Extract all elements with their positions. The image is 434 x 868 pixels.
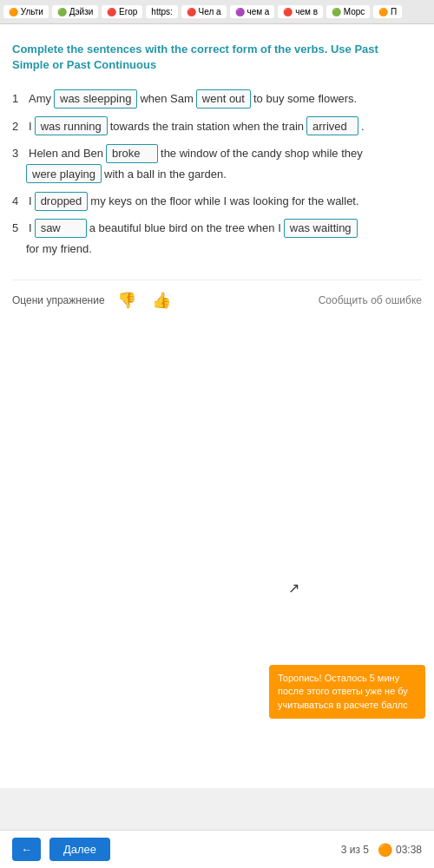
answer-box[interactable]: was waitting: [284, 219, 358, 238]
word: Helen and Ben: [29, 143, 103, 163]
sentences-container: 1 Amy was sleepping when Sam went out to…: [12, 89, 422, 259]
instruction: Complete the sentences with the correct …: [12, 42, 422, 73]
tab-ulti[interactable]: 🟠 Ульти: [3, 5, 49, 18]
sentence-row-3b: were playing with a ball in the garden.: [26, 164, 422, 184]
word: I: [29, 191, 32, 211]
progress-text: 3 из 5: [341, 844, 369, 856]
word: to buy some flowers.: [253, 89, 357, 108]
word: the window of the candy shop while they: [161, 143, 363, 163]
rating-bar: Оцени упражнение 👎 👍 Сообщить об ошибке: [12, 279, 422, 312]
word: when Sam: [140, 89, 193, 108]
next-button[interactable]: Далее: [49, 838, 110, 861]
back-button[interactable]: ←: [12, 838, 41, 861]
timer: 🟠 03:38: [378, 843, 422, 857]
sentence-row-3a: 3 Helen and Ben broke the window of the …: [12, 143, 422, 163]
answer-box[interactable]: went out: [196, 89, 251, 108]
sentence-row-5: 5 I saw a beautiful blue bird on the tre…: [12, 218, 422, 259]
tab-igor[interactable]: 🔴 Егор: [102, 5, 142, 18]
tab-chem2[interactable]: 🔴 чем в: [278, 5, 323, 18]
word: I: [29, 116, 32, 136]
instruction-line1: Complete the sentences with the correct …: [12, 43, 378, 56]
answer-box[interactable]: saw: [35, 219, 87, 238]
instruction-line2: Simple or Past Continuous: [12, 58, 156, 71]
word: with a ball in the garden.: [104, 164, 227, 184]
tab-mors[interactable]: 🟢 Морс: [326, 5, 370, 18]
like-icon: 👍: [152, 292, 171, 309]
word: towards the train station when the train: [110, 116, 304, 136]
tab-daisy[interactable]: 🟢 Дэйзи: [52, 5, 98, 18]
notification-text: Торопись! Осталось 5 мину после этого от…: [278, 673, 408, 710]
word: for my friend.: [26, 239, 92, 259]
word: .: [361, 116, 365, 136]
answer-box[interactable]: were playing: [26, 164, 102, 183]
timer-icon: 🟠: [378, 843, 392, 857]
notification-box: Торопись! Осталось 5 мину после этого от…: [269, 665, 425, 719]
sentence-row-2: 2 I was running towards the train statio…: [12, 116, 422, 136]
tab-https[interactable]: https:: [146, 5, 177, 18]
page-content: Complete the sentences with the correct …: [0, 24, 434, 788]
sentence-number-3: 3: [12, 143, 23, 163]
word: Amy: [29, 89, 51, 108]
sentence-row-5b: for my friend.: [26, 239, 422, 259]
dislike-button[interactable]: 👎: [114, 289, 140, 312]
answer-box[interactable]: was running: [35, 116, 108, 135]
sentence-number-1: 1: [12, 89, 23, 108]
word: a beautiful blue bird on the tree when I: [89, 218, 281, 238]
sentence-row-5a: 5 I saw a beautiful blue bird on the tre…: [12, 218, 422, 238]
tab-p[interactable]: 🟠 П: [373, 5, 402, 18]
sentence-number-2: 2: [12, 116, 23, 136]
word: my keys on the floor while I was looking…: [90, 191, 358, 211]
answer-box[interactable]: broke: [106, 144, 158, 163]
browser-tab-bar: 🟠 Ульти 🟢 Дэйзи 🔴 Егор https: 🔴 Чел а 🟣 …: [0, 0, 434, 24]
word: I: [29, 218, 32, 238]
rating-label: Оцени упражнение: [12, 294, 105, 306]
sentence-row-3: 3 Helen and Ben broke the window of the …: [12, 143, 422, 184]
answer-box[interactable]: arrived: [306, 116, 358, 135]
dislike-icon: 👎: [117, 292, 136, 309]
sentence-row-4: 4 I dropped my keys on the floor while I…: [12, 191, 422, 211]
sentence-row-1: 1 Amy was sleepping when Sam went out to…: [12, 89, 422, 108]
sentence-number-5: 5: [12, 218, 23, 238]
cursor-pointer: ↗: [288, 580, 299, 596]
tab-chel[interactable]: 🔴 Чел а: [181, 5, 227, 18]
answer-box[interactable]: was sleepping: [54, 89, 137, 108]
sentence-number-4: 4: [12, 191, 23, 211]
like-button[interactable]: 👍: [148, 289, 174, 312]
report-link[interactable]: Сообщить об ошибке: [319, 294, 422, 306]
bottom-navigation-bar: ← Далее 3 из 5 🟠 03:38: [0, 830, 434, 868]
timer-value: 03:38: [396, 844, 422, 856]
tab-chem1[interactable]: 🟣 чем а: [230, 5, 275, 18]
answer-box[interactable]: dropped: [35, 192, 89, 211]
